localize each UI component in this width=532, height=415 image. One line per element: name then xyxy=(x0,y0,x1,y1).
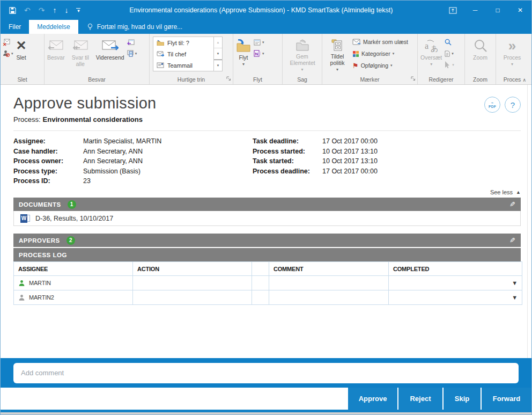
edit-documents-icon[interactable]: ✎ xyxy=(509,200,515,208)
find-button[interactable] xyxy=(445,38,454,47)
group-label-maerker: Mærker xyxy=(322,74,417,84)
quick-step-move-to[interactable]: Flyt til: ? xyxy=(153,37,213,48)
process-type-value: Submission (Basis) xyxy=(83,168,253,175)
im-reply-button[interactable]: ▾ xyxy=(127,49,137,58)
flag-icon: ⚑ xyxy=(352,62,359,70)
table-header-row: ASSIGNEE ACTION COMMENT COMPLETED xyxy=(14,262,522,276)
log-spacer xyxy=(252,276,269,290)
save-icon[interactable] xyxy=(9,7,16,14)
rules-button[interactable]: ▾ xyxy=(254,38,264,47)
collapse-ribbon-icon[interactable]: ∧ xyxy=(522,77,526,83)
quick-steps-gallery: Flyt til: ? Til chef Teammail ▲ xyxy=(153,37,223,71)
process-id-value: 23 xyxy=(83,177,253,185)
undo-icon: ↶ xyxy=(24,6,31,14)
customize-qat-icon[interactable]: ▾ xyxy=(76,8,80,12)
delete-button[interactable]: ✕ Slet xyxy=(14,35,28,73)
document-row[interactable]: W D-36, Results, 10/10/2017 xyxy=(13,211,521,226)
scrollbar-track[interactable] xyxy=(527,85,528,358)
reply-button: Besvar xyxy=(46,35,66,73)
col-action: ACTION xyxy=(133,262,252,276)
table-row[interactable]: MARTIN ▼ xyxy=(14,276,522,290)
gallery-scroll-down-icon[interactable]: ▼ xyxy=(214,48,222,60)
help-button[interactable]: ? xyxy=(505,97,521,113)
follow-up-button[interactable]: ⚑ Opfølgning ▾ xyxy=(352,61,408,70)
quick-step-teammail[interactable]: Teammail xyxy=(153,60,213,71)
skip-button[interactable]: Skip xyxy=(444,388,481,410)
word-document-icon: W xyxy=(20,214,30,223)
dialog-launcher-icon[interactable] xyxy=(411,76,416,81)
comment-input[interactable] xyxy=(13,363,519,383)
assignee-value: Martin Specialist, MARTIN xyxy=(83,137,253,145)
redo-icon: ↷ xyxy=(39,6,45,14)
dropdown-arrow-icon: ▾ xyxy=(11,52,13,56)
gallery-more-icon[interactable]: ▼ xyxy=(214,60,222,71)
lightbulb-icon xyxy=(87,23,93,31)
svg-text:あ: あ xyxy=(431,44,438,52)
table-row[interactable]: MARTIN2 ▼ xyxy=(14,290,522,305)
process-deadline-value: 17 Oct 2017 00:00 xyxy=(322,168,521,175)
export-pdf-button[interactable]: ⌁ PDF xyxy=(484,97,500,113)
maximize-button[interactable]: □ xyxy=(486,1,509,20)
move-down-icon[interactable]: ↓ xyxy=(64,6,68,14)
forward-button[interactable]: Videresend xyxy=(94,35,126,73)
dropdown-arrow-icon: ▾ xyxy=(336,67,338,73)
move-button[interactable]: Flyt ▾ xyxy=(234,35,253,73)
onenote-button[interactable]: N ▾ xyxy=(254,49,264,58)
tell-me-box[interactable]: Fortæl mig, hvad du vil gøre... xyxy=(78,20,182,34)
process-log-section-header[interactable]: PROCESS LOG xyxy=(13,248,521,261)
move-up-icon[interactable]: ↑ xyxy=(53,6,56,14)
tab-file[interactable]: Filer xyxy=(1,20,29,34)
completed-dropdown[interactable]: ▼ xyxy=(389,276,522,290)
dropdown-arrow-icon: ▾ xyxy=(511,61,513,68)
close-button[interactable]: ✕ xyxy=(509,1,531,20)
dialog-launcher-icon[interactable] xyxy=(226,76,231,81)
process-chevrons-icon: » xyxy=(508,37,516,54)
approve-button[interactable]: Approve xyxy=(348,388,397,410)
svg-text:N: N xyxy=(255,52,258,56)
process-log-table: ASSIGNEE ACTION COMMENT COMPLETED MARTIN… xyxy=(13,261,522,305)
dropdown-arrow-icon: ▾ xyxy=(301,67,303,73)
zoom-magnifier-icon xyxy=(474,37,487,54)
junk-button[interactable]: ▾ xyxy=(3,49,13,58)
reply-all-icon xyxy=(72,37,88,54)
log-spacer xyxy=(252,290,269,305)
categorize-button[interactable]: Kategoriser ▾ xyxy=(352,49,408,59)
related-button[interactable]: ▾ xyxy=(445,49,454,58)
action-bar: Approve Reject Skip Forward xyxy=(1,388,531,410)
gallery-scrollbar[interactable]: ▲ ▼ ▼ xyxy=(213,37,222,71)
group-label-sag: Sag xyxy=(283,74,322,84)
quick-step-to-manager[interactable]: Til chef xyxy=(153,48,213,60)
forward-button-action[interactable]: Forward xyxy=(482,388,531,410)
person-icon-active xyxy=(18,280,25,287)
completed-dropdown[interactable]: ▼ xyxy=(389,290,522,305)
assign-policy-button[interactable]: Tildel politik ▾ xyxy=(323,35,351,73)
save-item-folder-icon xyxy=(295,37,309,53)
documents-title: DOCUMENTS xyxy=(19,201,61,208)
process-log-title: PROCESS LOG xyxy=(19,252,67,258)
log-assignee: MARTIN2 xyxy=(29,294,54,301)
ribbon-display-options-icon[interactable] xyxy=(441,1,464,20)
group-maerker: Tildel politik ▾ Markér som ulæst Katego… xyxy=(322,34,418,84)
gallery-scroll-up-icon[interactable]: ▲ xyxy=(214,37,222,48)
divider xyxy=(13,130,521,131)
log-comment xyxy=(269,276,389,290)
reject-button[interactable]: Reject xyxy=(398,388,442,410)
move-folder-icon xyxy=(236,37,251,54)
see-less-link[interactable]: See less ▲ xyxy=(13,189,521,195)
ribbon-tab-row: Filer Meddelelse Fortæl mig, hvad du vil… xyxy=(1,20,531,34)
task-deadline-value: 17 Oct 2017 00:00 xyxy=(322,137,521,145)
mark-unread-button[interactable]: Markér som ulæst xyxy=(352,37,408,47)
tab-message[interactable]: Meddelelse xyxy=(29,20,78,34)
col-spacer xyxy=(252,262,269,276)
group-label-redigerer: Redigerer xyxy=(418,74,464,84)
window-bottom-edge xyxy=(1,412,531,414)
edit-approvers-icon[interactable]: ✎ xyxy=(509,236,515,244)
minimize-button[interactable]: ─ xyxy=(464,1,486,20)
app-window: ↶ ↷ ↑ ↓ ▾ Environmental considerations (… xyxy=(0,0,532,415)
meeting-reply-button[interactable] xyxy=(127,38,137,47)
task-form: Approve submission ⌁ PDF ? Process:Envir… xyxy=(1,85,531,358)
document-name: D-36, Results, 10/10/2017 xyxy=(35,215,113,222)
approvers-section-header[interactable]: APPROVERS 2 ✎ xyxy=(13,234,521,247)
ignore-button[interactable]: ✕ xyxy=(3,38,13,47)
documents-section-header[interactable]: DOCUMENTS 1 ✎ xyxy=(13,198,521,211)
